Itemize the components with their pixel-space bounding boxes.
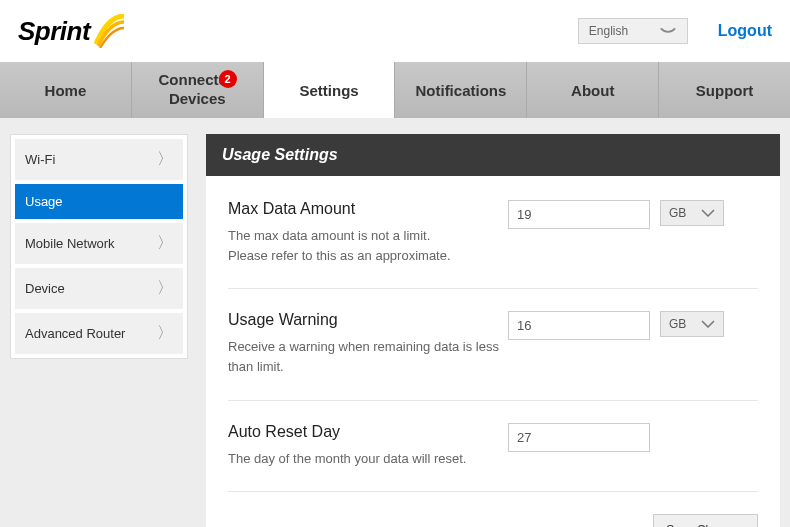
- sidebar-item-mobile-network[interactable]: Mobile Network〉: [15, 223, 183, 264]
- top-bar: Sprint English Logout: [0, 0, 790, 62]
- chevron-right-icon: 〉: [157, 233, 173, 254]
- content-panel: Usage Settings Max Data Amount The max d…: [206, 134, 780, 527]
- usage-warning-unit-select[interactable]: GB: [660, 311, 724, 337]
- usage-warning-input[interactable]: [508, 311, 650, 340]
- chevron-down-icon: [659, 26, 677, 36]
- save-button[interactable]: Save Changes: [653, 514, 758, 527]
- nav-about[interactable]: About: [527, 62, 659, 118]
- main-nav: Home ConnectedDevices 2 Settings Notific…: [0, 62, 790, 118]
- chevron-right-icon: 〉: [157, 278, 173, 299]
- max-data-input[interactable]: [508, 200, 650, 229]
- sidebar-item-advanced-router[interactable]: Advanced Router〉: [15, 313, 183, 354]
- nav-home[interactable]: Home: [0, 62, 132, 118]
- nav-notifications[interactable]: Notifications: [395, 62, 527, 118]
- sprint-swoosh-icon: [94, 14, 126, 48]
- row-max-data: Max Data Amount The max data amount is n…: [228, 200, 758, 289]
- main-area: Wi-Fi〉 Usage〉 Mobile Network〉 Device〉 Ad…: [0, 118, 790, 527]
- auto-reset-label: Auto Reset Day: [228, 423, 508, 441]
- chevron-down-icon: [701, 320, 715, 328]
- usage-warning-label: Usage Warning: [228, 311, 508, 329]
- brand-name: Sprint: [18, 16, 90, 47]
- content-body: Max Data Amount The max data amount is n…: [206, 176, 780, 527]
- row-auto-reset: Auto Reset Day The day of the month your…: [228, 423, 758, 492]
- language-select[interactable]: English: [578, 18, 688, 44]
- auto-reset-input[interactable]: [508, 423, 650, 452]
- language-label: English: [589, 24, 628, 38]
- usage-warning-desc: Receive a warning when remaining data is…: [228, 337, 508, 377]
- nav-connected-devices[interactable]: ConnectedDevices 2: [132, 62, 264, 118]
- top-bar-right: English Logout: [578, 18, 772, 44]
- nav-settings[interactable]: Settings: [264, 62, 396, 118]
- settings-sidebar: Wi-Fi〉 Usage〉 Mobile Network〉 Device〉 Ad…: [10, 134, 188, 359]
- sidebar-item-usage[interactable]: Usage〉: [15, 184, 183, 219]
- auto-reset-desc: The day of the month your data will rese…: [228, 449, 508, 469]
- sidebar-item-wifi[interactable]: Wi-Fi〉: [15, 139, 183, 180]
- chevron-right-icon: 〉: [157, 323, 173, 344]
- max-data-desc: The max data amount is not a limit. Plea…: [228, 226, 508, 266]
- logout-link[interactable]: Logout: [718, 22, 772, 40]
- chevron-right-icon: 〉: [157, 149, 173, 170]
- max-data-label: Max Data Amount: [228, 200, 508, 218]
- content-title: Usage Settings: [206, 134, 780, 176]
- chevron-down-icon: [701, 209, 715, 217]
- max-data-unit-select[interactable]: GB: [660, 200, 724, 226]
- brand-logo: Sprint: [18, 14, 126, 48]
- content-footer: Save Changes: [228, 514, 758, 527]
- sidebar-item-device[interactable]: Device〉: [15, 268, 183, 309]
- devices-badge: 2: [219, 70, 237, 88]
- row-usage-warning: Usage Warning Receive a warning when rem…: [228, 311, 758, 400]
- nav-support[interactable]: Support: [659, 62, 790, 118]
